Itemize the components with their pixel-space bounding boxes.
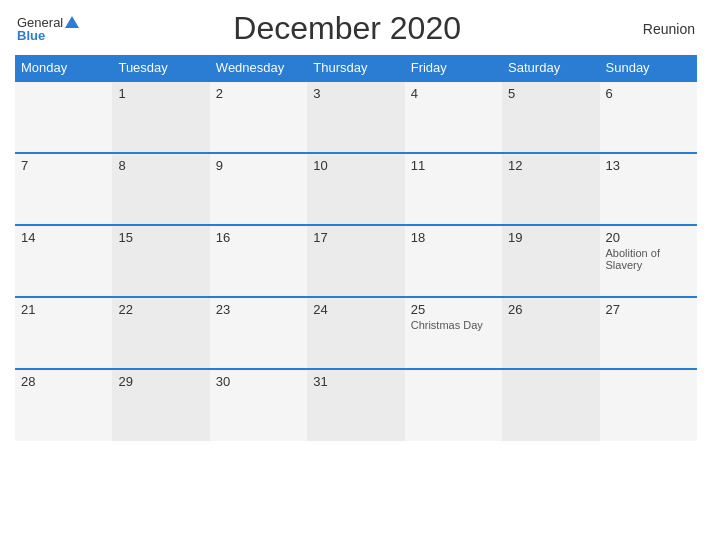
logo-triangle-icon	[65, 16, 79, 28]
header-saturday: Saturday	[502, 55, 599, 81]
day-number: 2	[216, 86, 301, 101]
calendar-cell: 22	[112, 297, 209, 369]
header-sunday: Sunday	[600, 55, 697, 81]
day-number: 13	[606, 158, 691, 173]
calendar-cell: 10	[307, 153, 404, 225]
calendar-week-row: 123456	[15, 81, 697, 153]
logo: General Blue	[17, 16, 79, 42]
calendar-cell: 21	[15, 297, 112, 369]
calendar-header: General Blue December 2020 Reunion	[15, 10, 697, 47]
day-number: 17	[313, 230, 398, 245]
day-number: 4	[411, 86, 496, 101]
calendar-cell: 24	[307, 297, 404, 369]
day-number: 24	[313, 302, 398, 317]
day-number: 29	[118, 374, 203, 389]
day-number: 9	[216, 158, 301, 173]
calendar-cell: 1	[112, 81, 209, 153]
day-number: 6	[606, 86, 691, 101]
day-number: 28	[21, 374, 106, 389]
calendar-cell: 15	[112, 225, 209, 297]
day-number: 7	[21, 158, 106, 173]
day-number: 26	[508, 302, 593, 317]
day-number: 20	[606, 230, 691, 245]
day-number: 22	[118, 302, 203, 317]
header-monday: Monday	[15, 55, 112, 81]
calendar-cell: 6	[600, 81, 697, 153]
calendar-cell: 7	[15, 153, 112, 225]
calendar-week-row: 78910111213	[15, 153, 697, 225]
calendar-cell: 26	[502, 297, 599, 369]
calendar-cell: 8	[112, 153, 209, 225]
calendar-cell: 25Christmas Day	[405, 297, 502, 369]
calendar-cell: 14	[15, 225, 112, 297]
day-number: 11	[411, 158, 496, 173]
calendar-cell: 12	[502, 153, 599, 225]
calendar-cell: 30	[210, 369, 307, 441]
calendar-cell	[15, 81, 112, 153]
calendar-cell: 31	[307, 369, 404, 441]
day-number: 30	[216, 374, 301, 389]
header-tuesday: Tuesday	[112, 55, 209, 81]
calendar-cell: 28	[15, 369, 112, 441]
day-number: 18	[411, 230, 496, 245]
calendar-cell: 4	[405, 81, 502, 153]
day-number: 19	[508, 230, 593, 245]
day-number: 23	[216, 302, 301, 317]
calendar-cell: 9	[210, 153, 307, 225]
calendar-cell: 18	[405, 225, 502, 297]
day-number: 31	[313, 374, 398, 389]
header-thursday: Thursday	[307, 55, 404, 81]
day-number: 25	[411, 302, 496, 317]
day-number: 21	[21, 302, 106, 317]
day-number: 16	[216, 230, 301, 245]
day-number: 14	[21, 230, 106, 245]
calendar-cell: 29	[112, 369, 209, 441]
calendar-cell	[502, 369, 599, 441]
calendar-cell: 13	[600, 153, 697, 225]
calendar-cell	[600, 369, 697, 441]
calendar-cell: 5	[502, 81, 599, 153]
calendar-wrapper: General Blue December 2020 Reunion Monda…	[0, 0, 712, 550]
region-label: Reunion	[615, 21, 695, 37]
calendar-cell: 11	[405, 153, 502, 225]
logo-blue-text: Blue	[17, 29, 45, 42]
calendar-cell: 3	[307, 81, 404, 153]
calendar-cell: 2	[210, 81, 307, 153]
weekday-header-row: Monday Tuesday Wednesday Thursday Friday…	[15, 55, 697, 81]
calendar-table: Monday Tuesday Wednesday Thursday Friday…	[15, 55, 697, 441]
calendar-week-row: 2122232425Christmas Day2627	[15, 297, 697, 369]
day-number: 5	[508, 86, 593, 101]
day-number: 27	[606, 302, 691, 317]
header-friday: Friday	[405, 55, 502, 81]
day-number: 8	[118, 158, 203, 173]
day-number: 10	[313, 158, 398, 173]
calendar-title: December 2020	[79, 10, 615, 47]
calendar-cell: 20Abolition of Slavery	[600, 225, 697, 297]
day-number: 3	[313, 86, 398, 101]
day-number: 12	[508, 158, 593, 173]
calendar-cell: 23	[210, 297, 307, 369]
calendar-cell	[405, 369, 502, 441]
logo-general-text: General	[17, 16, 63, 29]
header-wednesday: Wednesday	[210, 55, 307, 81]
calendar-cell: 19	[502, 225, 599, 297]
calendar-week-row: 28293031	[15, 369, 697, 441]
day-number: 1	[118, 86, 203, 101]
day-number: 15	[118, 230, 203, 245]
event-label: Abolition of Slavery	[606, 247, 691, 271]
calendar-cell: 27	[600, 297, 697, 369]
calendar-week-row: 14151617181920Abolition of Slavery	[15, 225, 697, 297]
event-label: Christmas Day	[411, 319, 496, 331]
calendar-cell: 17	[307, 225, 404, 297]
calendar-cell: 16	[210, 225, 307, 297]
